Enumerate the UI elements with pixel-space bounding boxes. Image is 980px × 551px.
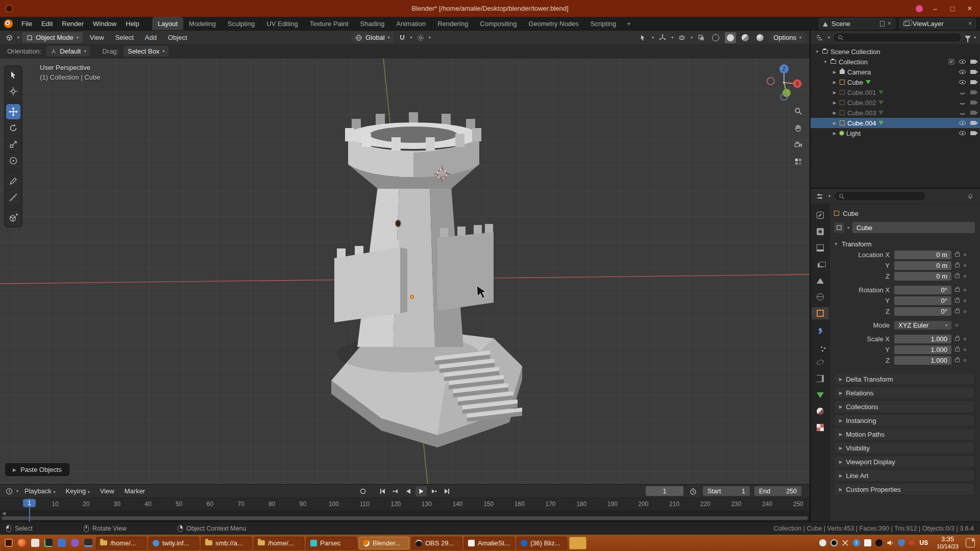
hidden-eye-icon[interactable]	[959, 101, 966, 105]
section-motion-paths[interactable]: ▶Motion Paths	[834, 428, 975, 440]
keyframe-dot-icon[interactable]	[964, 310, 966, 313]
viewport-scene[interactable]	[0, 58, 810, 484]
outliner-row-scene-collection[interactable]: ▼ Scene Collection	[811, 46, 980, 57]
gizmos-icon[interactable]	[657, 33, 668, 43]
add-workspace-button[interactable]: +	[622, 17, 635, 30]
outliner-editor-icon[interactable]	[815, 33, 825, 43]
info-tray-icon[interactable]: i	[853, 539, 860, 546]
taskbar-app-blizzard[interactable]: (36) Bliz...	[517, 537, 567, 549]
section-viewport-display[interactable]: ▶Viewport Display	[834, 456, 975, 468]
paste-objects-panel[interactable]: ▶ Paste Objects	[5, 463, 69, 476]
taskbar-clock[interactable]: 3:35 10/14/23	[934, 536, 962, 550]
end-frame-field[interactable]: End 250	[754, 486, 801, 496]
lock-icon[interactable]	[955, 299, 960, 303]
expand-arrow-icon[interactable]: ▶	[832, 70, 837, 74]
tab-sculpting[interactable]: Sculpting	[222, 17, 261, 30]
viewport-menu-view[interactable]: View	[86, 32, 108, 43]
disable-render-icon[interactable]	[970, 90, 976, 94]
section-relations[interactable]: ▶Relations	[834, 387, 975, 399]
notes-tray-icon[interactable]	[864, 539, 871, 546]
expand-arrow-icon[interactable]: ▶	[832, 131, 837, 136]
timeline-menu-playback[interactable]: Playback ▾	[20, 486, 59, 496]
maximize-button[interactable]: □	[947, 4, 958, 14]
shading-rendered-button[interactable]	[754, 32, 766, 43]
world-properties-tab[interactable]	[812, 291, 829, 303]
annotate-tool[interactable]	[6, 173, 20, 189]
disable-render-icon[interactable]	[970, 101, 976, 105]
ortho-toggle-icon[interactable]	[794, 158, 802, 167]
tab-rendering[interactable]: Rendering	[432, 17, 474, 30]
taskbar-app-files-2[interactable]: /home/...	[254, 537, 304, 549]
close-button[interactable]: ×	[965, 4, 975, 14]
start-frame-field[interactable]: Start 1	[703, 486, 750, 496]
timeline-scrollbar[interactable]	[2, 516, 808, 520]
timeline-ruler[interactable]: 1 10 20 30 40 50 60 70 80 90 100 110 120…	[0, 498, 810, 510]
expand-arrow-icon[interactable]: ▼	[815, 49, 820, 54]
hide-eye-icon[interactable]	[959, 70, 966, 74]
properties-editor-icon[interactable]	[815, 191, 825, 202]
new-scene-icon[interactable]	[880, 21, 885, 27]
outliner-row-cube-003[interactable]: ▶ Cube.003	[811, 108, 980, 118]
taskbar-app-obs[interactable]: OBS 29...	[411, 537, 462, 549]
lock-icon[interactable]	[955, 274, 960, 278]
orientation-dropdown[interactable]: Default ▾	[46, 46, 90, 57]
rotation-mode-dropdown[interactable]: XYZ Euler ▾	[894, 321, 951, 330]
rotate-tool[interactable]	[6, 120, 20, 136]
overlays-chevron-icon[interactable]: ▾	[691, 35, 693, 40]
shading-material-button[interactable]	[740, 32, 751, 43]
keyframe-dot-icon[interactable]	[964, 299, 966, 302]
current-frame-field[interactable]: 1	[646, 486, 683, 496]
object-name-field[interactable]: Cube	[852, 222, 975, 233]
volume-icon[interactable]	[887, 539, 894, 546]
location-x-field[interactable]: 0 m	[894, 251, 951, 259]
recording-dot-icon[interactable]	[909, 540, 914, 545]
zoom-icon[interactable]	[794, 107, 802, 117]
timeline-track[interactable]: ◀	[0, 510, 810, 521]
stopwatch-icon[interactable]	[688, 486, 698, 496]
auto-keying-icon[interactable]	[357, 486, 369, 496]
section-delta-transform[interactable]: ▶Delta Transform	[834, 373, 975, 385]
snap-magnet-icon[interactable]	[397, 33, 407, 43]
castle-tower-model[interactable]	[331, 112, 522, 447]
disable-render-icon[interactable]	[970, 131, 976, 135]
tab-scripting[interactable]: Scripting	[585, 17, 623, 30]
section-visibility[interactable]: ▶Visibility	[834, 442, 975, 454]
hide-eye-icon[interactable]	[959, 80, 966, 84]
rotation-x-field[interactable]: 0°	[894, 286, 951, 294]
measure-tool[interactable]	[6, 190, 20, 205]
physics-properties-tab[interactable]	[812, 356, 829, 368]
play-reverse-button[interactable]	[403, 486, 414, 496]
lock-icon[interactable]	[955, 253, 960, 257]
location-z-field[interactable]: 0 m	[894, 272, 951, 281]
remove-viewlayer-icon[interactable]: ×	[968, 20, 972, 27]
particle-properties-tab[interactable]	[812, 340, 829, 352]
overlays-icon[interactable]	[677, 33, 687, 43]
outliner-row-cube-002[interactable]: ▶ Cube.002	[811, 97, 980, 108]
keyframe-dot-icon[interactable]	[955, 324, 958, 327]
texture-properties-tab[interactable]	[812, 421, 829, 434]
tray-app-icon[interactable]	[819, 539, 826, 546]
collection-checkbox[interactable]: ✓	[948, 59, 954, 65]
expand-arrow-icon[interactable]: ▶	[832, 121, 837, 126]
section-instancing[interactable]: ▶Instancing	[834, 414, 975, 427]
jump-to-start-button[interactable]	[377, 486, 388, 496]
proportional-options-chevron-icon[interactable]: ▾	[429, 35, 431, 40]
scene-properties-tab[interactable]	[812, 274, 829, 287]
lock-icon[interactable]	[955, 348, 960, 352]
panel-expand-icon[interactable]: ▶	[13, 467, 16, 472]
notifications-icon[interactable]	[966, 538, 975, 547]
shading-solid-button[interactable]	[725, 32, 736, 43]
minimize-button[interactable]: –	[930, 4, 940, 14]
expand-arrow-icon[interactable]: ▶	[832, 101, 837, 105]
filter-icon[interactable]	[965, 36, 971, 40]
music-icon[interactable]	[69, 537, 81, 548]
scale-tool[interactable]	[6, 137, 20, 152]
scale-x-field[interactable]: 1.000	[894, 335, 951, 343]
drag-dropdown[interactable]: Select Box ▾	[124, 46, 168, 57]
section-custom-properties[interactable]: ▶Custom Properties	[834, 483, 975, 495]
transform-tool[interactable]	[6, 153, 20, 168]
disable-render-icon[interactable]	[970, 121, 976, 125]
outliner-row-collection[interactable]: ▼ Collection ✓	[811, 57, 980, 67]
rotation-y-field[interactable]: 0°	[894, 296, 951, 305]
outliner-row-cube-001[interactable]: ▶ Cube.001	[811, 87, 980, 97]
